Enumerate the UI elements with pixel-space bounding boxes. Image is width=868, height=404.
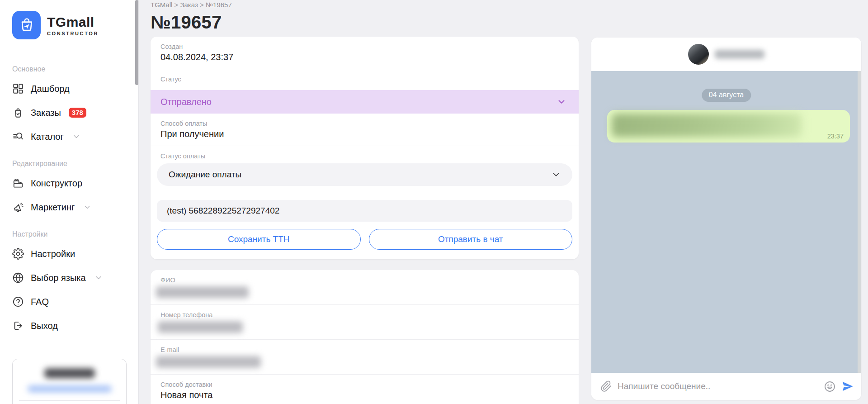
phone-label: Номер телефона bbox=[151, 305, 579, 318]
order-details-card: Создан 04.08.2024, 23:37 Статус Отправле… bbox=[151, 37, 579, 259]
nav-section-settings: Настройки bbox=[12, 230, 127, 238]
question-circle-icon bbox=[12, 296, 24, 308]
globe-icon bbox=[12, 272, 24, 284]
paperclip-icon bbox=[600, 380, 612, 392]
ttn-input[interactable] bbox=[157, 200, 572, 222]
breadcrumb-separator: > bbox=[200, 1, 204, 9]
order-status-value: Отправлено bbox=[160, 97, 212, 107]
order-status-dropdown[interactable]: Отправлено bbox=[151, 90, 579, 114]
phone-value-redacted bbox=[158, 321, 243, 333]
sidebar-scrollbar-thumb[interactable] bbox=[135, 0, 138, 85]
sidebar-item-constructor[interactable]: Конструктор bbox=[12, 176, 127, 191]
breadcrumb-current: №19657 bbox=[206, 1, 232, 9]
main-content: TGMall > Заказ > №19657 №19657 Создан 04… bbox=[139, 0, 591, 404]
sidebar-item-label: Дашборд bbox=[31, 84, 70, 94]
chat-username-redacted bbox=[715, 50, 764, 59]
app-title: TGmall bbox=[47, 14, 99, 30]
chat-message-area: 04 августа 23:37 bbox=[591, 71, 861, 373]
chat-panel: 04 августа 23:37 bbox=[591, 38, 861, 400]
payment-status-value: Ожидание оплаты bbox=[169, 170, 241, 180]
send-message-button[interactable] bbox=[841, 380, 854, 393]
breadcrumb: TGMall > Заказ > №19657 bbox=[151, 1, 591, 9]
sidebar-item-label: Настройки bbox=[31, 249, 75, 259]
chat-message-input[interactable] bbox=[618, 381, 818, 391]
nav-section-editing: Редактирование bbox=[12, 160, 127, 168]
dashboard-icon bbox=[12, 83, 24, 95]
breadcrumb-separator: > bbox=[175, 1, 179, 9]
divider bbox=[151, 193, 579, 193]
nav-section-main: Основное bbox=[12, 65, 127, 73]
payment-method-label: Способ оплаты bbox=[151, 114, 579, 127]
sidebar-item-faq[interactable]: FAQ bbox=[12, 294, 127, 309]
breadcrumb-orders[interactable]: Заказ bbox=[180, 1, 198, 9]
sidebar-item-dashboard[interactable]: Дашборд bbox=[12, 81, 127, 96]
catalog-search-icon bbox=[12, 131, 24, 143]
marketing-megaphone-icon bbox=[12, 201, 24, 213]
chevron-down-icon bbox=[552, 170, 561, 179]
created-value: 04.08.2024, 23:37 bbox=[151, 50, 579, 62]
logout-icon bbox=[12, 320, 24, 332]
account-card-divider bbox=[19, 400, 120, 401]
chevron-down-icon bbox=[83, 203, 91, 211]
chevron-down-icon bbox=[94, 274, 103, 282]
account-link-redacted[interactable] bbox=[28, 385, 112, 392]
chat-header[interactable] bbox=[591, 38, 861, 71]
sidebar-nav: Основное Дашборд Заказы 378 bbox=[0, 65, 138, 333]
chat-message-time: 23:37 bbox=[827, 133, 844, 140]
send-plane-icon bbox=[841, 380, 854, 393]
delivery-method-label: Способ доставки bbox=[151, 375, 579, 388]
breadcrumb-home[interactable]: TGMall bbox=[151, 1, 172, 9]
delivery-method-value: Новая почта bbox=[151, 388, 579, 400]
sidebar-account-card bbox=[12, 359, 127, 404]
chevron-down-icon bbox=[557, 97, 566, 106]
app-logo-text: TGmall CONSTRUCTOR bbox=[47, 14, 99, 36]
order-actions: Сохранить ТТН Отправить в чат bbox=[157, 229, 572, 250]
email-label: E-mail bbox=[151, 340, 579, 353]
payment-status-label: Статус оплаты bbox=[151, 146, 579, 160]
chat-scrollbar[interactable] bbox=[858, 71, 861, 373]
customer-details-card: ФИО Номер телефона E-mail Способ доставк… bbox=[151, 270, 579, 404]
constructor-bricks-icon bbox=[12, 177, 24, 189]
sidebar-item-catalog[interactable]: Каталог bbox=[12, 129, 127, 144]
sidebar-item-logout[interactable]: Выход bbox=[12, 318, 127, 333]
smiley-icon bbox=[824, 380, 836, 393]
payment-status-select[interactable]: Ожидание оплаты bbox=[157, 163, 572, 186]
chat-message-text-redacted bbox=[612, 114, 802, 137]
tgmall-logo-icon bbox=[12, 11, 41, 39]
chat-message-bubble: 23:37 bbox=[607, 110, 850, 143]
fio-value-redacted bbox=[156, 286, 249, 298]
chevron-down-icon bbox=[72, 133, 80, 141]
sidebar-item-orders[interactable]: Заказы 378 bbox=[12, 105, 127, 120]
orders-bag-icon bbox=[12, 107, 24, 119]
sidebar-item-label: Каталог bbox=[31, 132, 64, 142]
account-name-redacted bbox=[44, 368, 95, 378]
sidebar-item-label: Выход bbox=[31, 321, 58, 331]
gear-icon bbox=[12, 248, 24, 260]
orders-count-badge: 378 bbox=[69, 108, 86, 118]
app-subtitle: CONSTRUCTOR bbox=[47, 31, 99, 36]
save-ttn-button[interactable]: Сохранить ТТН bbox=[157, 229, 361, 250]
email-value-redacted bbox=[156, 356, 261, 368]
attach-file-button[interactable] bbox=[600, 380, 612, 392]
emoji-button[interactable] bbox=[824, 380, 836, 393]
send-to-chat-button[interactable]: Отправить в чат bbox=[369, 229, 573, 250]
chat-avatar bbox=[688, 44, 709, 65]
sidebar-item-settings[interactable]: Настройки bbox=[12, 246, 127, 261]
page-title: №19657 bbox=[151, 12, 591, 33]
sidebar-item-label: Заказы bbox=[31, 108, 61, 118]
sidebar-item-label: Выбор языка bbox=[31, 273, 86, 283]
sidebar: TGmall CONSTRUCTOR Основное Дашборд Зака… bbox=[0, 0, 139, 404]
status-label: Статус bbox=[151, 69, 579, 83]
sidebar-item-marketing[interactable]: Маркетинг bbox=[12, 200, 127, 215]
created-label: Создан bbox=[151, 37, 579, 50]
sidebar-item-label: Маркетинг bbox=[31, 202, 75, 213]
chat-date-chip: 04 августа bbox=[702, 89, 751, 102]
payment-method-value: При получении bbox=[151, 127, 579, 139]
sidebar-item-label: FAQ bbox=[31, 297, 49, 307]
app-logo[interactable]: TGmall CONSTRUCTOR bbox=[12, 11, 138, 39]
fio-label: ФИО bbox=[151, 270, 579, 284]
chat-input-bar bbox=[591, 373, 861, 400]
sidebar-item-language[interactable]: Выбор языка bbox=[12, 270, 127, 285]
sidebar-item-label: Конструктор bbox=[31, 178, 82, 189]
